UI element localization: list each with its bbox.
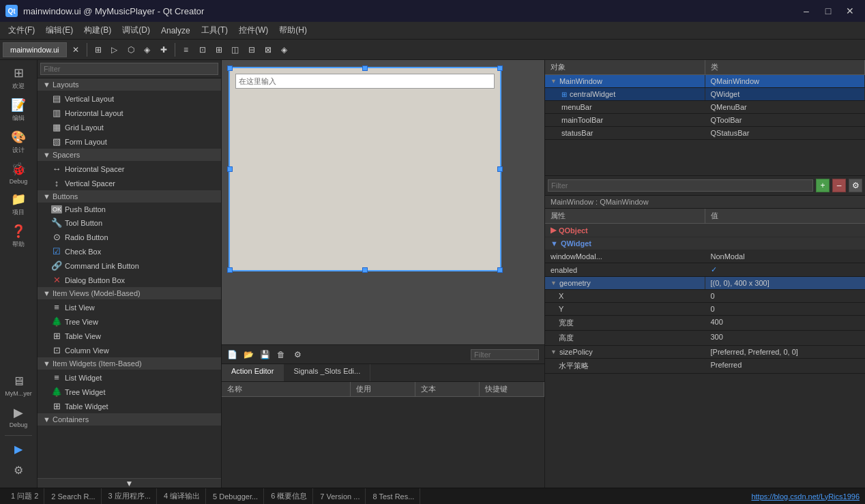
obj-row-statusbar[interactable]: statusBar QStatusBar — [545, 127, 865, 140]
toolbar-btn-5[interactable]: ✚ — [156, 42, 171, 57]
section-item-widgets[interactable]: ▼ Item Widgets (Item-Based) — [38, 357, 221, 370]
widget-item-tree-widget[interactable]: 🌲 Tree Widget — [38, 385, 221, 399]
widget-item-horizontal-layout[interactable]: ▥ Horizontal Layout — [38, 106, 221, 120]
widget-item-dialog-button-box[interactable]: ✕ Dialog Button Box — [38, 273, 221, 287]
sidebar-item-debug[interactable]: 🐞 Debug — [1, 159, 35, 188]
widget-item-h-spacer[interactable]: ↔ Horizontal Spacer — [38, 162, 221, 176]
obj-row-maintoolbar[interactable]: mainToolBar QToolBar — [545, 114, 865, 127]
menu-tools[interactable]: 工具(T) — [196, 23, 233, 38]
prop-section-qwidget[interactable]: ▼ QWidget — [545, 237, 865, 250]
action-delete-btn[interactable]: 🗑 — [274, 347, 289, 362]
maximize-button[interactable]: □ — [819, 3, 838, 19]
resize-handle-tl[interactable] — [227, 65, 233, 71]
sidebar-item-welcome[interactable]: ⊞ 欢迎 — [1, 63, 35, 93]
bottom-filter-input[interactable] — [471, 349, 539, 360]
menu-widgets[interactable]: 控件(W) — [233, 23, 274, 38]
sidebar-item-build[interactable]: ⚙ — [1, 461, 35, 479]
widget-filter-input[interactable] — [40, 63, 218, 75]
prop-row-y[interactable]: Y 0 — [545, 303, 865, 316]
menu-debug[interactable]: 调试(D) — [117, 23, 156, 38]
prop-val-windowmodal[interactable]: NonModal — [705, 250, 866, 263]
sidebar-item-run[interactable]: ▶ — [1, 440, 35, 458]
resize-handle-tr[interactable] — [497, 65, 503, 71]
prop-row-width[interactable]: 宽度 400 — [545, 316, 865, 331]
widget-item-list-widget[interactable]: ≡ List Widget — [38, 370, 221, 385]
menu-help[interactable]: 帮助(H) — [274, 23, 312, 38]
action-open-btn[interactable]: 📂 — [241, 347, 256, 362]
tab-action-editor[interactable]: Action Editor — [222, 364, 284, 381]
widget-item-table-widget[interactable]: ⊞ Table Widget — [38, 399, 221, 413]
toolbar-btn-6[interactable]: ≡ — [179, 42, 194, 57]
sidebar-item-help[interactable]: ❓ 帮助 — [1, 221, 35, 252]
toolbar-btn-9[interactable]: ◫ — [228, 42, 243, 57]
status-version[interactable]: 7 Version ... — [314, 488, 366, 504]
resize-handle-bc[interactable] — [362, 267, 368, 273]
section-spacers[interactable]: ▼ Spacers — [38, 149, 221, 162]
widget-item-vertical-layout[interactable]: ▤ Vertical Layout — [38, 91, 221, 106]
prop-row-windowmodal[interactable]: windowModal... NonModal — [545, 250, 865, 263]
prop-row-x[interactable]: X 0 — [545, 290, 865, 303]
status-debugger[interactable]: 5 Debugger... — [207, 488, 264, 504]
obj-row-mainwindow[interactable]: ▼ MainWindow QMainWindow — [545, 75, 865, 88]
sidebar-item-design[interactable]: 🎨 设计 — [1, 127, 35, 158]
sidebar-item-debug2[interactable]: ▶ Debug — [1, 402, 35, 431]
toolbar-btn-8[interactable]: ⊞ — [211, 42, 226, 57]
resize-handle-tc[interactable] — [362, 65, 368, 71]
prop-add-button[interactable]: + — [816, 179, 830, 192]
widget-item-table-view[interactable]: ⊞ Table View — [38, 329, 221, 343]
resize-handle-mr[interactable] — [497, 166, 503, 172]
tab-signals-slots[interactable]: Signals _Slots Edi... — [284, 364, 370, 381]
resize-handle-bl[interactable] — [227, 267, 233, 273]
widget-panel-scrollbar[interactable]: ▼ — [38, 478, 221, 488]
prop-row-enabled[interactable]: enabled ✓ — [545, 263, 865, 277]
widget-item-form-layout[interactable]: ▧ Form Layout — [38, 134, 221, 149]
resize-handle-br[interactable] — [497, 267, 503, 273]
widget-item-column-view[interactable]: ⊡ Column View — [38, 343, 221, 357]
action-new-btn[interactable]: 📄 — [224, 347, 239, 362]
toolbar-btn-1[interactable]: ⊞ — [91, 42, 106, 57]
prop-val-height[interactable]: 300 — [705, 331, 866, 345]
menu-build[interactable]: 构建(B) — [78, 23, 117, 38]
widget-item-list-view[interactable]: ≡ List View — [38, 300, 221, 314]
close-tab-button[interactable]: ✕ — [68, 42, 83, 57]
section-item-views[interactable]: ▼ Item Views (Model-Based) — [38, 287, 221, 300]
toolbar-btn-7[interactable]: ⊡ — [195, 42, 210, 57]
section-layouts[interactable]: ▼ Layouts — [38, 78, 221, 91]
status-link[interactable]: https://blog.csdn.net/LyRics1996 — [751, 492, 860, 501]
prop-section-qobject[interactable]: ▶ QObject — [545, 224, 865, 237]
prop-val-geometry[interactable]: [(0, 0), 400 x 300] — [705, 277, 866, 289]
widget-item-tool-button[interactable]: 🔧 Tool Button — [38, 216, 221, 230]
prop-val-enabled[interactable]: ✓ — [705, 263, 866, 276]
prop-settings-button[interactable]: ⚙ — [849, 179, 862, 192]
minimize-button[interactable]: – — [797, 3, 816, 19]
status-problems[interactable]: 1 问题 2 — [5, 488, 44, 504]
widget-item-radio-button[interactable]: ⊙ Radio Button — [38, 230, 221, 244]
action-settings-btn[interactable]: ⚙ — [290, 347, 305, 362]
status-search[interactable]: 2 Search R... — [46, 488, 101, 504]
action-save-btn[interactable]: 💾 — [257, 347, 272, 362]
widget-item-tree-view[interactable]: 🌲 Tree View — [38, 314, 221, 329]
prop-val-width[interactable]: 400 — [705, 316, 866, 330]
widget-item-check-box[interactable]: ☑ Check Box — [38, 244, 221, 258]
prop-filter-input[interactable] — [548, 179, 813, 192]
prop-val-y[interactable]: 0 — [705, 303, 866, 315]
obj-row-menubar[interactable]: menuBar QMenuBar — [545, 101, 865, 114]
resize-handle-ml[interactable] — [227, 166, 233, 172]
file-tab[interactable]: mainwindow.ui — [3, 42, 67, 57]
toolbar-btn-12[interactable]: ◈ — [277, 42, 292, 57]
widget-item-push-button[interactable]: OK Push Button — [38, 203, 221, 216]
section-buttons[interactable]: ▼ Buttons — [38, 190, 221, 203]
prop-remove-button[interactable]: – — [832, 179, 846, 192]
prop-val-x[interactable]: 0 — [705, 290, 866, 302]
toolbar-btn-11[interactable]: ⊠ — [261, 42, 276, 57]
status-testres[interactable]: 8 Test Res... — [367, 488, 420, 504]
prop-row-hpolicy[interactable]: 水平策略 Preferred — [545, 359, 865, 374]
status-compile[interactable]: 4 编译输出 — [158, 488, 206, 504]
sidebar-item-project[interactable]: 📁 项目 — [1, 189, 35, 220]
prop-row-geometry[interactable]: ▼ geometry [(0, 0), 400 x 300] — [545, 277, 865, 290]
widget-item-grid-layout[interactable]: ▦ Grid Layout — [38, 120, 221, 134]
prop-row-height[interactable]: 高度 300 — [545, 331, 865, 346]
canvas-area[interactable]: 在这里输入 — [222, 60, 544, 344]
sidebar-item-mymusic[interactable]: 🖥 MyM...yer — [1, 372, 35, 400]
widget-item-v-spacer[interactable]: ↕ Vertical Spacer — [38, 176, 221, 190]
